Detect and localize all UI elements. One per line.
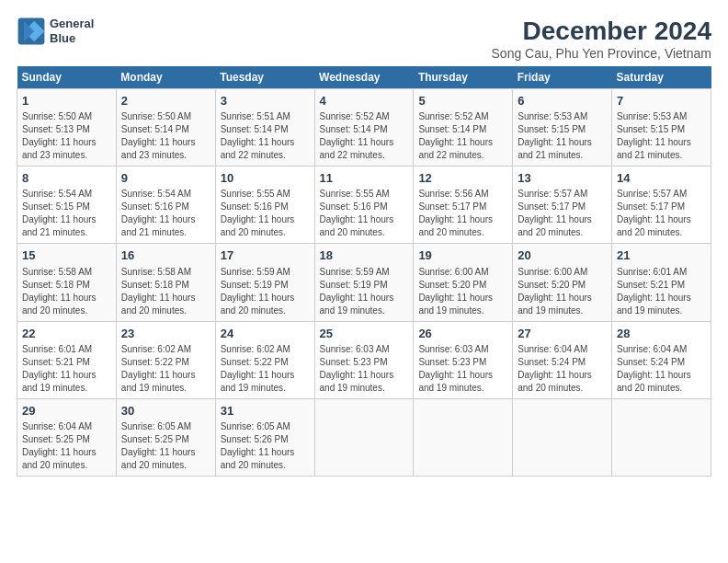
day-number: 8 (22, 170, 111, 187)
calendar-cell: 17Sunrise: 5:59 AM Sunset: 5:19 PM Dayli… (215, 244, 314, 321)
calendar-cell: 13Sunrise: 5:57 AM Sunset: 5:17 PM Dayli… (513, 167, 612, 244)
day-info: Sunrise: 6:01 AM Sunset: 5:21 PM Dayligh… (617, 267, 691, 316)
day-number: 16 (121, 247, 210, 264)
logo: General Blue (17, 17, 94, 46)
calendar-cell: 19Sunrise: 6:00 AM Sunset: 5:20 PM Dayli… (414, 244, 513, 321)
calendar-week-row: 1Sunrise: 5:50 AM Sunset: 5:13 PM Daylig… (17, 89, 711, 167)
calendar-cell: 12Sunrise: 5:56 AM Sunset: 5:17 PM Dayli… (414, 167, 513, 244)
day-number: 30 (121, 403, 210, 419)
calendar-week-row: 22Sunrise: 6:01 AM Sunset: 5:21 PM Dayli… (17, 321, 711, 398)
header: General Blue December 2024 Song Cau, Phu… (17, 17, 711, 61)
day-info: Sunrise: 5:59 AM Sunset: 5:19 PM Dayligh… (320, 267, 394, 316)
day-info: Sunrise: 5:55 AM Sunset: 5:16 PM Dayligh… (320, 189, 394, 237)
day-number: 4 (320, 93, 409, 109)
day-info: Sunrise: 5:54 AM Sunset: 5:16 PM Dayligh… (121, 189, 196, 237)
day-info: Sunrise: 5:57 AM Sunset: 5:17 PM Dayligh… (518, 189, 592, 237)
day-info: Sunrise: 5:57 AM Sunset: 5:17 PM Dayligh… (617, 189, 691, 237)
day-number: 12 (418, 170, 507, 187)
day-number: 31 (221, 403, 310, 419)
subtitle: Song Cau, Phu Yen Province, Vietnam (492, 46, 711, 61)
weekday-header: Tuesday (215, 66, 314, 89)
day-number: 9 (121, 170, 210, 187)
day-number: 28 (617, 326, 706, 342)
day-number: 18 (320, 247, 409, 264)
calendar-week-row: 8Sunrise: 5:54 AM Sunset: 5:15 PM Daylig… (17, 167, 711, 244)
calendar-cell: 10Sunrise: 5:55 AM Sunset: 5:16 PM Dayli… (215, 167, 314, 244)
calendar-cell: 8Sunrise: 5:54 AM Sunset: 5:15 PM Daylig… (17, 167, 117, 244)
day-number: 11 (320, 170, 409, 187)
day-info: Sunrise: 6:04 AM Sunset: 5:24 PM Dayligh… (617, 344, 691, 393)
day-info: Sunrise: 5:50 AM Sunset: 5:14 PM Dayligh… (121, 111, 196, 160)
weekday-header: Monday (116, 66, 215, 89)
day-info: Sunrise: 6:02 AM Sunset: 5:22 PM Dayligh… (221, 344, 295, 393)
day-number: 22 (22, 326, 111, 342)
calendar-cell: 7Sunrise: 5:53 AM Sunset: 5:15 PM Daylig… (612, 89, 711, 167)
calendar-cell (414, 398, 513, 476)
day-number: 2 (121, 93, 210, 109)
calendar-week-row: 15Sunrise: 5:58 AM Sunset: 5:18 PM Dayli… (17, 244, 711, 321)
calendar-header-row: SundayMondayTuesdayWednesdayThursdayFrid… (17, 66, 711, 89)
page-container: General Blue December 2024 Song Cau, Phu… (0, 0, 728, 486)
day-number: 1 (22, 93, 111, 109)
calendar-cell: 27Sunrise: 6:04 AM Sunset: 5:24 PM Dayli… (513, 321, 612, 398)
day-number: 24 (221, 326, 310, 342)
calendar-cell: 15Sunrise: 5:58 AM Sunset: 5:18 PM Dayli… (17, 244, 117, 321)
calendar-cell (513, 398, 612, 476)
calendar-cell: 31Sunrise: 6:05 AM Sunset: 5:26 PM Dayli… (215, 398, 314, 476)
day-info: Sunrise: 5:58 AM Sunset: 5:18 PM Dayligh… (22, 267, 97, 316)
day-info: Sunrise: 6:05 AM Sunset: 5:25 PM Dayligh… (121, 421, 196, 470)
day-number: 13 (518, 170, 607, 187)
day-info: Sunrise: 6:04 AM Sunset: 5:25 PM Dayligh… (22, 421, 97, 470)
calendar-cell: 2Sunrise: 5:50 AM Sunset: 5:14 PM Daylig… (116, 89, 215, 167)
day-number: 3 (221, 93, 310, 109)
day-number: 6 (518, 93, 607, 109)
day-number: 15 (22, 247, 111, 264)
calendar-cell: 28Sunrise: 6:04 AM Sunset: 5:24 PM Dayli… (612, 321, 711, 398)
day-info: Sunrise: 6:05 AM Sunset: 5:26 PM Dayligh… (221, 421, 295, 470)
calendar-cell: 20Sunrise: 6:00 AM Sunset: 5:20 PM Dayli… (513, 244, 612, 321)
day-info: Sunrise: 5:58 AM Sunset: 5:18 PM Dayligh… (121, 267, 196, 316)
calendar-week-row: 29Sunrise: 6:04 AM Sunset: 5:25 PM Dayli… (17, 398, 711, 476)
logo-text: General Blue (50, 17, 94, 45)
day-info: Sunrise: 5:52 AM Sunset: 5:14 PM Dayligh… (320, 111, 394, 160)
day-number: 25 (320, 326, 409, 342)
calendar-cell: 3Sunrise: 5:51 AM Sunset: 5:14 PM Daylig… (215, 89, 314, 167)
day-number: 29 (22, 403, 111, 419)
weekday-header: Sunday (17, 66, 117, 89)
day-number: 7 (617, 93, 706, 109)
day-number: 10 (221, 170, 310, 187)
calendar-cell: 23Sunrise: 6:02 AM Sunset: 5:22 PM Dayli… (116, 321, 215, 398)
weekday-header: Friday (513, 66, 612, 89)
day-number: 19 (418, 247, 507, 264)
calendar-cell: 5Sunrise: 5:52 AM Sunset: 5:14 PM Daylig… (414, 89, 513, 167)
calendar-table: SundayMondayTuesdayWednesdayThursdayFrid… (17, 66, 711, 477)
calendar-cell: 14Sunrise: 5:57 AM Sunset: 5:17 PM Dayli… (612, 167, 711, 244)
day-info: Sunrise: 5:51 AM Sunset: 5:14 PM Dayligh… (221, 111, 295, 160)
calendar-cell: 11Sunrise: 5:55 AM Sunset: 5:16 PM Dayli… (314, 167, 414, 244)
day-info: Sunrise: 5:56 AM Sunset: 5:17 PM Dayligh… (418, 189, 493, 237)
calendar-cell: 25Sunrise: 6:03 AM Sunset: 5:23 PM Dayli… (314, 321, 414, 398)
day-info: Sunrise: 5:54 AM Sunset: 5:15 PM Dayligh… (22, 189, 97, 237)
calendar-cell: 4Sunrise: 5:52 AM Sunset: 5:14 PM Daylig… (314, 89, 414, 167)
day-info: Sunrise: 5:59 AM Sunset: 5:19 PM Dayligh… (221, 267, 295, 316)
day-info: Sunrise: 6:00 AM Sunset: 5:20 PM Dayligh… (518, 267, 592, 316)
calendar-cell: 21Sunrise: 6:01 AM Sunset: 5:21 PM Dayli… (612, 244, 711, 321)
calendar-cell: 29Sunrise: 6:04 AM Sunset: 5:25 PM Dayli… (17, 398, 117, 476)
weekday-header: Wednesday (314, 66, 414, 89)
calendar-cell: 18Sunrise: 5:59 AM Sunset: 5:19 PM Dayli… (314, 244, 414, 321)
day-info: Sunrise: 5:52 AM Sunset: 5:14 PM Dayligh… (418, 111, 493, 160)
calendar-body: 1Sunrise: 5:50 AM Sunset: 5:13 PM Daylig… (17, 89, 711, 477)
day-number: 17 (221, 247, 310, 264)
day-number: 14 (617, 170, 706, 187)
day-info: Sunrise: 5:53 AM Sunset: 5:15 PM Dayligh… (617, 111, 691, 160)
title-block: December 2024 Song Cau, Phu Yen Province… (492, 17, 711, 61)
calendar-cell (314, 398, 414, 476)
day-info: Sunrise: 5:50 AM Sunset: 5:13 PM Dayligh… (22, 111, 97, 160)
calendar-cell (612, 398, 711, 476)
day-number: 23 (121, 326, 210, 342)
weekday-header: Saturday (612, 66, 711, 89)
day-info: Sunrise: 6:02 AM Sunset: 5:22 PM Dayligh… (121, 344, 196, 393)
day-info: Sunrise: 6:04 AM Sunset: 5:24 PM Dayligh… (518, 344, 592, 393)
calendar-cell: 26Sunrise: 6:03 AM Sunset: 5:23 PM Dayli… (414, 321, 513, 398)
calendar-cell: 6Sunrise: 5:53 AM Sunset: 5:15 PM Daylig… (513, 89, 612, 167)
